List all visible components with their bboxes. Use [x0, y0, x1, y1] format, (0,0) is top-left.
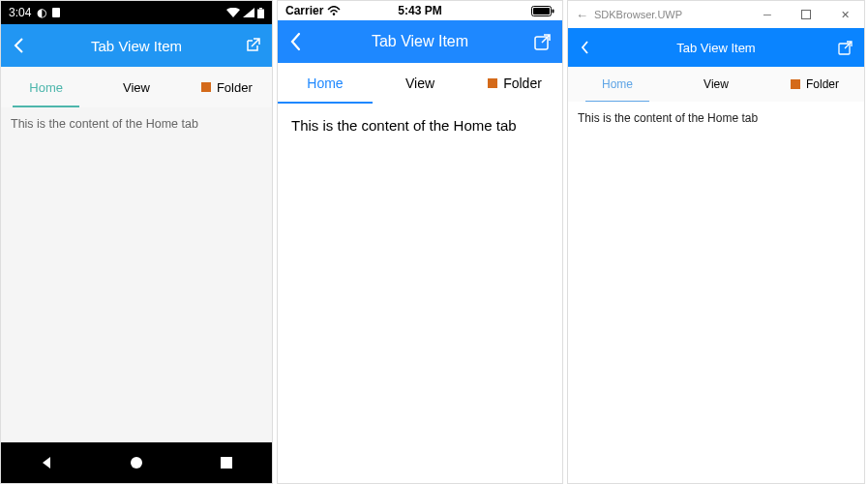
- tab-label: Folder: [806, 77, 839, 91]
- tab-folder[interactable]: Folder: [467, 63, 562, 104]
- tab-label: Home: [307, 76, 343, 91]
- circle-icon: ◐: [37, 6, 46, 19]
- app-header: Tab View Item: [278, 20, 562, 63]
- app-header: Tab View Item: [568, 28, 864, 67]
- external-link-icon[interactable]: [534, 34, 551, 50]
- tab-bar: Home View Folder: [568, 67, 864, 102]
- wifi-icon: [327, 6, 341, 15]
- tab-content: This is the content of the Home tab: [568, 102, 864, 483]
- svg-rect-4: [221, 457, 232, 469]
- page-title: Tab View Item: [676, 41, 755, 55]
- carrier-text: Carrier: [285, 4, 323, 17]
- tab-label: View: [703, 77, 729, 91]
- android-nav-bar: [1, 442, 272, 483]
- page-title: Tab View Item: [372, 33, 468, 50]
- wifi-icon: [226, 8, 240, 17]
- clock-text: 3:04: [9, 6, 31, 19]
- app-header: Tab View Item: [1, 24, 272, 67]
- sim-icon: [52, 8, 60, 17]
- tab-label: View: [123, 80, 150, 95]
- tab-view[interactable]: View: [667, 67, 765, 102]
- tab-content: This is the content of the Home tab: [278, 104, 562, 483]
- tab-label: Home: [602, 77, 633, 91]
- nav-back-icon[interactable]: [37, 453, 56, 472]
- svg-point-5: [333, 13, 335, 15]
- folder-icon: [791, 79, 800, 89]
- battery-icon: [531, 6, 554, 16]
- tab-label: Folder: [217, 80, 253, 95]
- svg-rect-10: [802, 11, 811, 19]
- minimize-button[interactable]: ─: [748, 1, 787, 28]
- tab-label: Home: [29, 80, 63, 95]
- tab-view[interactable]: View: [91, 67, 181, 107]
- svg-rect-8: [553, 9, 554, 13]
- external-link-icon[interactable]: [838, 41, 853, 55]
- uwp-title-bar: ← SDKBrowser.UWP ─ ✕: [568, 1, 864, 28]
- signal-icon: [243, 8, 254, 17]
- content-text: This is the content of the Home tab: [11, 117, 198, 131]
- tab-label: Folder: [503, 76, 542, 91]
- svg-rect-1: [259, 8, 262, 10]
- svg-rect-2: [257, 9, 264, 18]
- tab-label: View: [405, 76, 434, 91]
- svg-rect-7: [533, 8, 550, 15]
- battery-icon: [257, 8, 264, 18]
- back-icon[interactable]: [289, 32, 301, 51]
- tab-home[interactable]: Home: [568, 67, 667, 102]
- folder-icon: [488, 78, 497, 88]
- close-button[interactable]: ✕: [825, 1, 864, 28]
- nav-recent-icon[interactable]: [217, 453, 236, 472]
- content-text: This is the content of the Home tab: [291, 117, 517, 134]
- back-icon[interactable]: [13, 37, 24, 54]
- android-status-bar: 3:04 ◐: [1, 1, 272, 24]
- tab-bar: Home View Folder: [278, 63, 562, 104]
- tab-folder[interactable]: Folder: [182, 67, 272, 107]
- svg-point-3: [131, 457, 142, 469]
- tab-folder[interactable]: Folder: [765, 67, 864, 102]
- nav-home-icon[interactable]: [127, 453, 146, 472]
- svg-rect-0: [52, 8, 60, 17]
- tab-content: This is the content of the Home tab: [1, 107, 272, 442]
- content-text: This is the content of the Home tab: [578, 111, 758, 125]
- tab-view[interactable]: View: [373, 63, 467, 104]
- maximize-button[interactable]: [787, 1, 825, 28]
- window-title: SDKBrowser.UWP: [594, 9, 682, 20]
- tab-home[interactable]: Home: [1, 67, 91, 107]
- back-arrow-icon[interactable]: ←: [576, 8, 588, 22]
- page-title: Tab View Item: [91, 38, 182, 54]
- back-icon[interactable]: [580, 40, 589, 55]
- tab-home[interactable]: Home: [278, 63, 373, 104]
- folder-icon: [201, 82, 211, 92]
- clock-text: 5:43 PM: [398, 4, 441, 17]
- external-link-icon[interactable]: [245, 38, 260, 53]
- ios-status-bar: Carrier 5:43 PM: [278, 1, 562, 20]
- tab-bar: Home View Folder: [1, 67, 272, 107]
